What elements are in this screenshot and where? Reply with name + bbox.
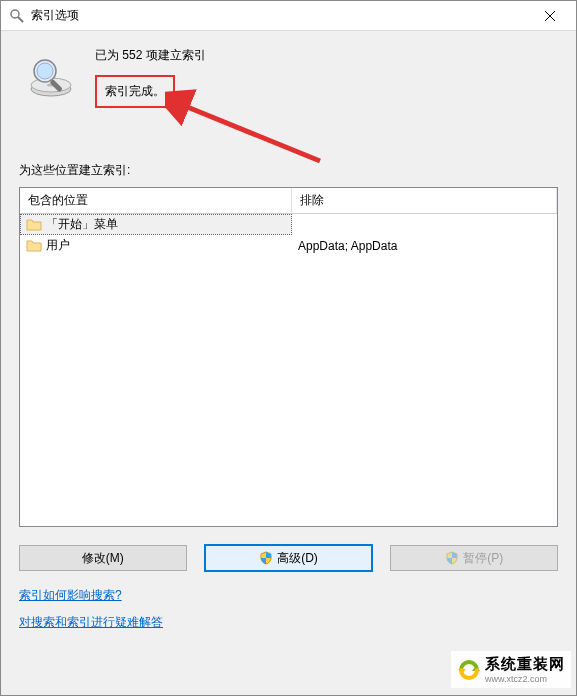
folder-icon [26,239,42,253]
svg-point-8 [37,63,53,79]
list-item[interactable]: 用户 AppData; AppData [20,235,557,256]
button-row: 修改(M) 高级(D) 暂停(P) [19,545,558,571]
advanced-button[interactable]: 高级(D) [205,545,373,571]
svg-line-1 [18,17,23,22]
list-item-exclude: AppData; AppData [298,239,397,253]
folder-icon [26,218,42,232]
listview-body: 「开始」菜单 用户 AppData; AppData [20,214,557,526]
listview-header: 包含的位置 排除 [20,188,557,214]
link-index-impact[interactable]: 索引如何影响搜索? [19,587,122,604]
column-header-exclude[interactable]: 排除 [292,188,557,213]
list-item-include: 「开始」菜单 [46,216,118,233]
watermark-text: 系统重装网 www.xtcz2.com [485,655,565,684]
status-text: 已为 552 项建立索引 索引完成。 [95,45,206,108]
column-header-include[interactable]: 包含的位置 [20,188,292,213]
index-complete-text: 索引完成。 [95,75,175,109]
link-troubleshoot[interactable]: 对搜索和索引进行疑难解答 [19,614,163,631]
indexing-options-icon [9,8,25,24]
pause-button: 暂停(P) [390,545,558,571]
status-row: 已为 552 项建立索引 索引完成。 [19,45,558,108]
locations-label: 为这些位置建立索引: [19,162,558,179]
shield-icon [445,551,459,565]
watermark-logo-icon [457,658,481,682]
help-links: 索引如何影响搜索? 对搜索和索引进行疑难解答 [19,587,558,641]
list-item-include: 用户 [46,237,70,254]
titlebar: 索引选项 [1,1,576,31]
list-item[interactable]: 「开始」菜单 [20,214,557,235]
shield-icon [259,551,273,565]
locations-listview[interactable]: 包含的位置 排除 「开始」菜单 [19,187,558,527]
close-button[interactable] [527,1,572,30]
window-title: 索引选项 [31,7,527,24]
dialog-content: 已为 552 项建立索引 索引完成。 为这些位置建立索引: 包含的位置 排除 [1,31,576,695]
svg-point-0 [11,10,19,18]
index-count-line: 已为 552 项建立索引 [95,45,206,67]
dialog-window: 索引选项 已为 552 项建立索引 索引完成。 [0,0,577,696]
watermark: 系统重装网 www.xtcz2.com [451,651,571,688]
modify-button[interactable]: 修改(M) [19,545,187,571]
magnifier-drive-icon [27,53,75,101]
svg-line-11 [180,104,320,161]
index-complete-box: 索引完成。 [95,75,206,109]
